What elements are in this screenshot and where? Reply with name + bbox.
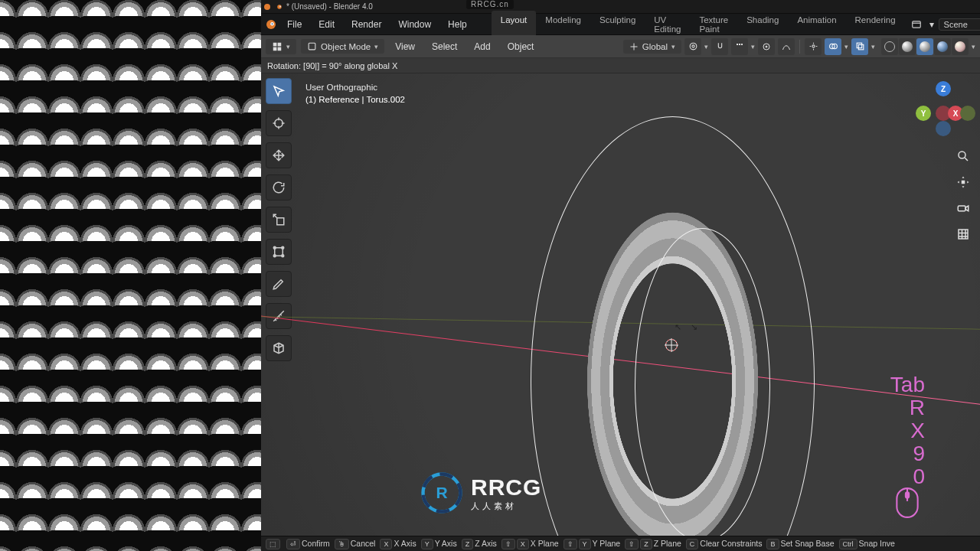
tab-texpaint[interactable]: Texture Paint bbox=[690, 11, 737, 38]
sb-z: Z Axis bbox=[475, 539, 497, 548]
sc-key: R bbox=[890, 396, 925, 419]
svg-rect-23 bbox=[858, 44, 864, 50]
operator-status-line: Rotation: [90|] = 90° along global X bbox=[261, 58, 980, 73]
menu-help[interactable]: Help bbox=[440, 16, 475, 33]
svg-rect-22 bbox=[857, 43, 862, 48]
nav-gizmo[interactable]: Z Y X bbox=[916, 81, 971, 130]
gizmo-y-axis[interactable]: Y bbox=[916, 106, 931, 121]
shading-solid-active[interactable] bbox=[916, 38, 933, 55]
workspace-tabs: Layout Modeling Sculpting UV Editing Tex… bbox=[492, 11, 905, 38]
pivot-dropdown[interactable] bbox=[684, 38, 701, 55]
svg-rect-11 bbox=[309, 43, 315, 50]
tool-scale[interactable] bbox=[266, 207, 292, 233]
shading-material[interactable] bbox=[934, 38, 951, 55]
svg-rect-9 bbox=[273, 47, 277, 51]
tool-select-box[interactable] bbox=[266, 78, 292, 104]
mode-label: Object Mode bbox=[321, 42, 371, 51]
scene-name-field[interactable]: Scene bbox=[939, 18, 980, 31]
tab-sculpting[interactable]: Sculpting bbox=[590, 11, 645, 38]
sc-key: 0 bbox=[890, 465, 925, 488]
svg-rect-6 bbox=[912, 21, 920, 27]
sc-key: Tab bbox=[890, 373, 925, 396]
svg-point-31 bbox=[959, 152, 965, 158]
svg-rect-15 bbox=[739, 44, 740, 45]
snap-toggle[interactable] bbox=[711, 38, 728, 55]
blender-logo-icon bbox=[275, 2, 283, 11]
zoom-icon[interactable] bbox=[954, 147, 972, 165]
menu-select[interactable]: Select bbox=[426, 39, 463, 54]
tool-rotate[interactable] bbox=[266, 174, 292, 201]
titlebar-dot-icon bbox=[264, 4, 270, 10]
svg-point-12 bbox=[691, 45, 694, 47]
tab-rendering[interactable]: Rendering bbox=[846, 11, 905, 38]
svg-point-2 bbox=[279, 6, 280, 7]
tool-add-primitive[interactable] bbox=[266, 335, 292, 361]
camera-view-icon[interactable] bbox=[954, 199, 972, 217]
shading-solid[interactable] bbox=[899, 38, 916, 55]
chevron-down-icon[interactable]: ▾ bbox=[972, 43, 975, 51]
svg-point-29 bbox=[273, 255, 276, 257]
kb-icon: ⬚ bbox=[266, 539, 280, 549]
svg-rect-25 bbox=[277, 218, 284, 225]
scene-browse-icon[interactable] bbox=[908, 16, 925, 33]
menu-render[interactable]: Render bbox=[344, 16, 389, 33]
gizmo-neg-y-axis[interactable] bbox=[960, 106, 975, 121]
tab-shading[interactable]: Shading bbox=[737, 11, 788, 38]
menu-add[interactable]: Add bbox=[468, 39, 496, 54]
proportional-falloff[interactable] bbox=[778, 38, 795, 55]
app-logo-icon[interactable] bbox=[264, 16, 278, 33]
chevron-down-icon[interactable]: ▾ bbox=[871, 43, 875, 51]
top-menubar: File Edit Render Window Help Layout Mode… bbox=[261, 14, 980, 35]
shading-wireframe[interactable] bbox=[881, 38, 898, 55]
operator-status: Rotation: [90|] = 90° along global X bbox=[267, 61, 397, 70]
mode-dropdown[interactable]: Object Mode ▾ bbox=[301, 39, 384, 54]
menu-window[interactable]: Window bbox=[390, 16, 439, 33]
watermark-sub: 人人素材 bbox=[471, 500, 541, 512]
sc-key: X bbox=[890, 419, 925, 442]
tool-transform[interactable] bbox=[266, 239, 292, 265]
sb-snapbase: Set Snap Base bbox=[781, 539, 835, 548]
tab-animation[interactable]: Animation bbox=[788, 11, 845, 38]
window-title: * (Unsaved) - Blender 4.0 bbox=[286, 2, 373, 11]
gizmo-z-axis[interactable]: Z bbox=[936, 81, 951, 96]
persp-ortho-icon[interactable] bbox=[954, 225, 972, 243]
shading-mode-group bbox=[881, 38, 969, 55]
xray-toggle[interactable] bbox=[851, 38, 868, 55]
snap-type-dropdown[interactable] bbox=[731, 38, 748, 55]
chevron-down-icon[interactable]: ▾ bbox=[844, 43, 848, 51]
menu-file[interactable]: File bbox=[279, 16, 309, 33]
shading-rendered[interactable] bbox=[952, 38, 969, 55]
rotate-hint-icon: ↖ ↘ bbox=[675, 322, 697, 332]
svg-text:R: R bbox=[436, 484, 447, 501]
menu-object[interactable]: Object bbox=[501, 39, 541, 54]
svg-rect-10 bbox=[278, 47, 282, 51]
tool-cursor[interactable] bbox=[266, 110, 292, 136]
tab-layout[interactable]: Layout bbox=[492, 11, 537, 38]
svg-rect-7 bbox=[273, 42, 277, 46]
overlay-toggle[interactable] bbox=[825, 38, 841, 55]
gizmo-neg-z-axis[interactable] bbox=[936, 121, 951, 136]
chevron-down-icon[interactable]: ▾ bbox=[929, 19, 934, 30]
svg-point-13 bbox=[690, 43, 697, 50]
editor-type-dropdown[interactable]: ▾ bbox=[266, 39, 296, 54]
svg-rect-36 bbox=[905, 491, 910, 498]
gizmo-visibility-toggle[interactable] bbox=[805, 38, 822, 55]
orientation-dropdown[interactable]: Global ▾ bbox=[623, 40, 681, 54]
menu-view[interactable]: View bbox=[389, 39, 421, 54]
watermark-brand: RRCG bbox=[471, 474, 541, 500]
tool-annotate[interactable] bbox=[266, 271, 292, 297]
sb-cancel: Cancel bbox=[351, 539, 376, 548]
object-torus[interactable] bbox=[521, 113, 824, 536]
pan-icon[interactable] bbox=[954, 173, 972, 191]
proportional-edit-toggle[interactable] bbox=[758, 38, 775, 55]
viewport-3d[interactable]: User Orthographic (1) Reference | Torus.… bbox=[261, 73, 980, 536]
svg-point-19 bbox=[812, 45, 814, 47]
svg-rect-8 bbox=[278, 42, 282, 46]
chevron-down-icon[interactable]: ▾ bbox=[751, 43, 755, 51]
viewport-object: (1) Reference | Torus.002 bbox=[305, 93, 405, 106]
chevron-down-icon[interactable]: ▾ bbox=[704, 43, 708, 51]
tab-uv[interactable]: UV Editing bbox=[645, 11, 690, 38]
menu-edit[interactable]: Edit bbox=[311, 16, 342, 33]
tab-modeling[interactable]: Modeling bbox=[536, 11, 590, 38]
tool-move[interactable] bbox=[266, 142, 292, 168]
